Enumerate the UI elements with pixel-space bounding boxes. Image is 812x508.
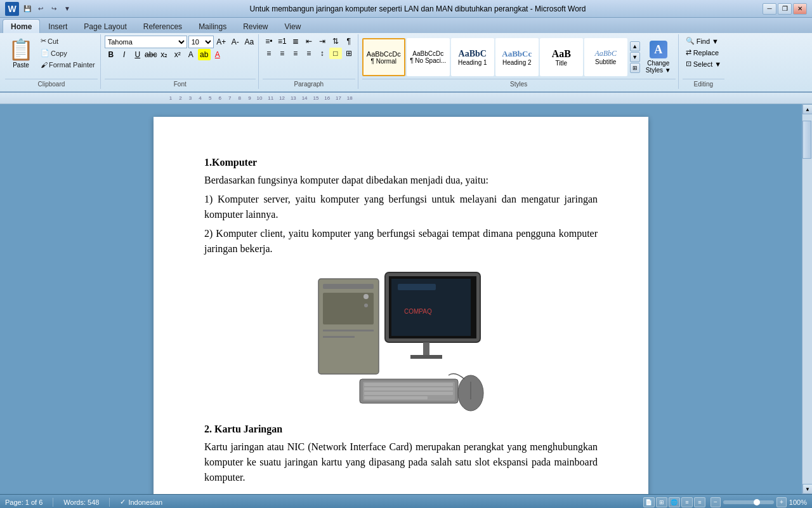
- change-styles-button[interactable]: A Change Styles ▼: [641, 36, 676, 79]
- font-family-select[interactable]: Tahoma Arial Times New Roman: [105, 36, 187, 48]
- ribbon-body: 📋 Paste ✂ Cut 📄 Copy 🖌 Format Painter: [0, 33, 812, 91]
- restore-button[interactable]: ❐: [778, 3, 792, 15]
- copy-button[interactable]: 📄 Copy: [38, 48, 98, 58]
- decrease-indent-button[interactable]: ⇤: [303, 36, 315, 47]
- para-nic: Kartu jaringan atau NIC (Network Interfa…: [204, 439, 598, 485]
- status-sep1: [53, 498, 53, 507]
- select-button[interactable]: ⊡ Select ▼: [683, 58, 724, 69]
- multilevel-list-button[interactable]: ≣: [289, 36, 302, 47]
- svg-rect-10: [323, 336, 355, 338]
- save-button[interactable]: 💾: [22, 3, 33, 15]
- numbering-button[interactable]: ≡1: [276, 36, 289, 47]
- align-center-button[interactable]: ≡: [276, 48, 289, 59]
- font-color-button[interactable]: A: [211, 49, 224, 60]
- draft-view-button[interactable]: ≡: [694, 497, 705, 507]
- svg-rect-20: [398, 284, 436, 290]
- title-left: W 💾 ↩ ↪ ▼: [5, 2, 73, 16]
- style-scroll-up[interactable]: ▲: [630, 41, 640, 51]
- style-nospace[interactable]: AaBbCcDc ¶ No Spaci...: [407, 38, 450, 76]
- statusbar: Page: 1 of 6 Words: 548 ✓ Indonesian 📄 ⊞…: [0, 494, 812, 508]
- style-normal[interactable]: AaBbCcDc ¶ Normal: [362, 38, 405, 76]
- tab-references[interactable]: References: [135, 19, 190, 33]
- underline-button[interactable]: U: [131, 49, 144, 60]
- undo-button[interactable]: ↩: [35, 3, 46, 15]
- zoom-thumb[interactable]: [754, 499, 760, 505]
- subscript-button[interactable]: x₂: [158, 49, 171, 60]
- highlight-button[interactable]: ab: [198, 49, 211, 60]
- customize-button[interactable]: ▼: [62, 3, 73, 15]
- style-scroll-down[interactable]: ▼: [630, 52, 640, 62]
- zoom-in-button[interactable]: +: [776, 497, 787, 507]
- show-marks-button[interactable]: ¶: [343, 36, 355, 47]
- style-heading2-label: Heading 2: [502, 59, 532, 66]
- italic-button[interactable]: I: [118, 49, 131, 60]
- spellcheck-icon: ✓: [120, 498, 126, 506]
- style-heading2[interactable]: AaBbCc Heading 2: [495, 38, 539, 76]
- borders-button[interactable]: ⊞: [343, 48, 355, 59]
- sort-button[interactable]: ⇅: [329, 36, 342, 47]
- tab-insert[interactable]: Insert: [40, 19, 75, 33]
- tab-page-layout[interactable]: Page Layout: [75, 19, 134, 33]
- increase-indent-button[interactable]: ⇥: [316, 36, 329, 47]
- style-title[interactable]: AaB Title: [540, 38, 583, 76]
- decrease-font-button[interactable]: A-: [229, 36, 242, 48]
- cut-button[interactable]: ✂ Cut: [38, 36, 98, 46]
- font-size-select[interactable]: 10 11 12 14: [188, 36, 214, 48]
- scroll-down-button[interactable]: ▼: [802, 484, 812, 494]
- bullets-button[interactable]: ≡•: [263, 36, 275, 47]
- paragraph-group: ≡• ≡1 ≣ ⇤ ⇥ ⇅ ¶ ≡ ≡ ≡ ≡ ↕ □ ⊞: [260, 34, 358, 89]
- scroll-thumb[interactable]: [802, 121, 811, 159]
- justify-button[interactable]: ≡: [303, 48, 315, 59]
- superscript-button[interactable]: x²: [171, 49, 184, 60]
- window-title: Untuk membangun jaringan komputer sepert…: [73, 4, 763, 13]
- copy-icon: 📄: [41, 49, 49, 57]
- clipboard-small-buttons: ✂ Cut 📄 Copy 🖌 Format Painter: [38, 36, 98, 70]
- paste-button[interactable]: 📋 Paste: [5, 36, 37, 70]
- redo-button[interactable]: ↪: [48, 3, 60, 15]
- align-left-button[interactable]: ≡: [263, 48, 275, 59]
- print-view-button[interactable]: 📄: [643, 497, 655, 507]
- zoom-slider[interactable]: [723, 500, 774, 504]
- para-intro: Berdasarkan fungsinya komputer dapat dib…: [204, 173, 598, 188]
- page-info: Page: 1 of 6: [5, 498, 43, 506]
- clipboard-content: 📋 Paste ✂ Cut 📄 Copy 🖌 Format Painter: [5, 36, 98, 79]
- replace-button[interactable]: ⇄ Replace: [683, 47, 722, 58]
- strikethrough-button[interactable]: abc: [145, 49, 157, 60]
- style-subtitle[interactable]: AaBbC Subtitle: [584, 38, 627, 76]
- clear-format-button[interactable]: Aa: [243, 36, 256, 48]
- tab-view[interactable]: View: [277, 19, 310, 33]
- font-content: Tahoma Arial Times New Roman 10 11 12 14…: [105, 36, 256, 79]
- style-more[interactable]: ⊞: [630, 63, 640, 73]
- minimize-button[interactable]: ─: [763, 3, 776, 15]
- zoom-out-button[interactable]: −: [710, 497, 721, 507]
- zoom-controls: − + 100%: [710, 497, 807, 507]
- full-screen-button[interactable]: ⊞: [656, 497, 667, 507]
- word-count: Words: 548: [63, 498, 99, 506]
- para-content: ≡• ≡1 ≣ ⇤ ⇥ ⇅ ¶ ≡ ≡ ≡ ≡ ↕ □ ⊞: [263, 36, 355, 79]
- tab-mailings[interactable]: Mailings: [190, 19, 235, 33]
- text-effects-button[interactable]: A: [185, 49, 197, 60]
- document-scroll[interactable]: 1.Komputer Berdasarkan fungsinya kompute…: [0, 104, 802, 494]
- align-right-button[interactable]: ≡: [289, 48, 302, 59]
- web-view-button[interactable]: 🌐: [669, 497, 680, 507]
- outline-view-button[interactable]: ≡: [681, 497, 693, 507]
- heading-kartu-jaringan: 2. Kartu Jaringan: [204, 422, 598, 437]
- paste-icon: 📋: [8, 37, 34, 62]
- view-buttons: 📄 ⊞ 🌐 ≡ ≡: [643, 497, 705, 507]
- svg-rect-16: [364, 396, 428, 399]
- select-icon: ⊡: [686, 60, 691, 68]
- format-painter-button[interactable]: 🖌 Format Painter: [38, 60, 98, 70]
- window-controls: ─ ❐ ✕: [763, 3, 807, 15]
- increase-font-button[interactable]: A+: [215, 36, 228, 48]
- find-button[interactable]: 🔍 Find ▼: [683, 36, 722, 46]
- close-button[interactable]: ✕: [793, 3, 807, 15]
- scroll-up-button[interactable]: ▲: [802, 104, 812, 114]
- tab-review[interactable]: Review: [235, 19, 276, 33]
- style-heading1[interactable]: AaBbC Heading 1: [451, 38, 494, 76]
- line-spacing-button[interactable]: ↕: [316, 48, 329, 59]
- editing-label: Editing: [683, 79, 724, 88]
- bold-button[interactable]: B: [105, 49, 117, 60]
- tab-home[interactable]: Home: [3, 19, 40, 33]
- scroll-track[interactable]: [802, 114, 812, 484]
- shading-button[interactable]: □: [329, 48, 342, 59]
